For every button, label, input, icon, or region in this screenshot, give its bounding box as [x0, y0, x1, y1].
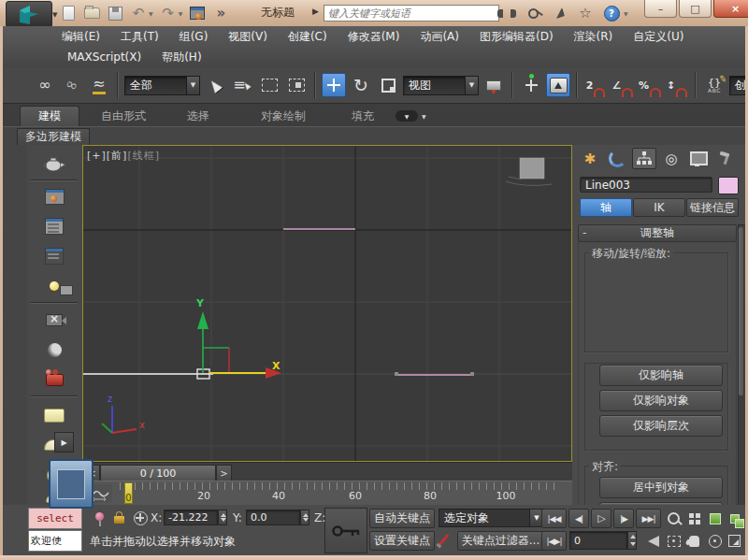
current-frame-marker[interactable]: 0: [124, 482, 133, 504]
set-keys-button[interactable]: [324, 508, 367, 553]
select-object-button[interactable]: [203, 73, 227, 97]
percent-snap-toggle[interactable]: %: [638, 73, 662, 97]
angle-snap-toggle[interactable]: ∠: [611, 73, 635, 97]
viewport-general-menu[interactable]: [+]: [87, 150, 107, 162]
viewport-label[interactable]: [+][前][线框]: [87, 149, 160, 163]
viewport-layout-tab[interactable]: [49, 459, 94, 509]
zoom-icon[interactable]: [664, 509, 683, 528]
key-brush-icon[interactable]: [439, 534, 450, 546]
maximize-button[interactable]: □: [679, 0, 712, 18]
edit-named-selection-sets-button[interactable]: {}ABC ✎: [702, 73, 726, 97]
render-setup-button[interactable]: [30, 212, 79, 240]
rollout-adjust-pivot[interactable]: - 调整轴: [578, 224, 737, 242]
frame-spinner[interactable]: [627, 531, 637, 550]
next-frame-slider-button[interactable]: >: [216, 465, 232, 481]
communication-center-icon[interactable]: [550, 5, 568, 22]
viewport-front[interactable]: Y X z x [+][前][线框]: [82, 145, 572, 462]
time-slider-handle[interactable]: 0 / 100: [100, 465, 216, 481]
viewport-canvas[interactable]: Y X z x: [83, 146, 571, 461]
polygon-modeling-panel-tab[interactable]: 多边形建模: [17, 128, 90, 146]
track-bar[interactable]: 0 20 40 60 80 100: [82, 481, 572, 505]
maxscript-mini-listener-white[interactable]: 欢迎使: [28, 530, 82, 552]
menu-modifiers[interactable]: 修改器(M): [338, 26, 410, 47]
menu-group[interactable]: 组(G): [169, 26, 219, 47]
unlink-selection-icon[interactable]: ∞: [60, 73, 84, 97]
absolute-offset-mode-icon[interactable]: [134, 511, 148, 525]
camera-disabled-button[interactable]: [30, 306, 79, 334]
spinner-snap-toggle[interactable]: ↕: [665, 73, 689, 97]
use-pivot-point-center-button[interactable]: [482, 73, 506, 97]
render-production-button[interactable]: [30, 150, 79, 178]
ribbon-tab-populate[interactable]: 填充: [339, 106, 386, 126]
y-spinner[interactable]: [300, 510, 309, 525]
zoom-extents-icon[interactable]: [705, 509, 725, 528]
pan-hand-icon[interactable]: [684, 531, 704, 551]
scrollbar-thumb[interactable]: [739, 227, 743, 395]
shadow-sphere-button[interactable]: [30, 336, 79, 364]
menu-help[interactable]: 帮助(H): [151, 47, 211, 67]
snap-toggle-2d-button[interactable]: 2: [583, 73, 608, 97]
region-zoom-icon[interactable]: [664, 531, 683, 551]
ribbon-tab-freeform[interactable]: 自由形式: [89, 106, 158, 126]
subtab-pivot[interactable]: 轴: [580, 198, 632, 217]
new-scene-button[interactable]: [60, 5, 77, 22]
application-menu-button[interactable]: [6, 1, 52, 28]
minimize-button[interactable]: –: [644, 0, 677, 18]
tab-display[interactable]: [686, 148, 711, 169]
menu-edit[interactable]: 编辑(E): [51, 26, 110, 47]
menu-create[interactable]: 创建(C): [278, 26, 338, 47]
key-filters-button[interactable]: 关键点过滤器...: [457, 531, 544, 551]
search-icon[interactable]: [497, 5, 516, 22]
ribbon-tab-object-paint[interactable]: 对象绘制: [248, 106, 319, 126]
bind-to-space-warp-icon[interactable]: ≈: [87, 73, 111, 97]
play-button[interactable]: ▷: [591, 509, 611, 528]
workspace-flyout-icon[interactable]: ▶: [312, 7, 319, 16]
field-of-view-icon[interactable]: [643, 531, 663, 551]
next-frame-button[interactable]: |▶: [613, 509, 634, 528]
select-and-manipulate-button[interactable]: [519, 73, 543, 97]
maxscript-mini-listener-pink[interactable]: select: [28, 508, 82, 529]
menu-customize[interactable]: 自定义(U): [623, 26, 694, 47]
tab-modify[interactable]: [605, 148, 629, 169]
x-coordinate-field[interactable]: -21.222: [164, 510, 218, 525]
select-and-rotate-button[interactable]: ↻: [349, 73, 373, 97]
environment-dialog-button[interactable]: [30, 242, 79, 270]
menu-tools[interactable]: 工具(T): [110, 26, 169, 47]
reference-coordinate-system-dropdown[interactable]: 视图▼: [403, 76, 479, 95]
ribbon-tab-selection[interactable]: 选择: [174, 106, 223, 126]
redo-button[interactable]: ↷: [160, 5, 177, 22]
y-coordinate-field[interactable]: 0.0: [246, 510, 300, 525]
dropdown-arrow-icon[interactable]: ▼: [465, 77, 478, 94]
menu-maxscript[interactable]: MAXScript(X): [57, 47, 151, 67]
current-frame-field[interactable]: 0: [569, 531, 627, 550]
maximize-viewport-toggle[interactable]: [725, 531, 744, 551]
go-to-end-button[interactable]: ▶▶|: [636, 509, 661, 528]
key-selection-dropdown[interactable]: 选定对象▼: [439, 509, 544, 527]
viewport-shading-menu[interactable]: [线框]: [127, 150, 160, 162]
select-and-scale-button[interactable]: [376, 73, 400, 97]
tab-create[interactable]: ✱: [578, 148, 602, 169]
project-folder-button[interactable]: [189, 5, 206, 22]
object-name-field[interactable]: Line003: [580, 177, 712, 193]
light-lister-button[interactable]: [30, 272, 79, 300]
open-file-button[interactable]: [83, 5, 100, 22]
rectangular-selection-region-button[interactable]: [257, 73, 281, 97]
redo-caret-icon[interactable]: ▼: [179, 10, 183, 17]
viewport-tab-flyout-button[interactable]: ▶: [54, 432, 74, 452]
rendered-frame-window-button[interactable]: [30, 182, 79, 210]
view-cube[interactable]: [506, 158, 553, 185]
go-to-start-button[interactable]: |◀◀: [541, 509, 567, 528]
tab-motion[interactable]: ◎: [659, 148, 683, 169]
isolate-selection-icon[interactable]: [95, 512, 104, 521]
dropdown-arrow-icon[interactable]: ▼: [186, 77, 199, 94]
selection-lock-icon[interactable]: [114, 516, 124, 524]
favorites-star-icon[interactable]: ☆: [576, 5, 595, 22]
orbit-icon[interactable]: [705, 531, 725, 551]
x-spinner[interactable]: [218, 510, 227, 525]
menu-graph-editors[interactable]: 图形编辑器(D): [469, 26, 564, 47]
previous-frame-button[interactable]: ◀|: [568, 509, 589, 528]
viewport-pov-menu[interactable]: [前]: [107, 150, 128, 162]
window-crossing-toggle[interactable]: [284, 73, 309, 97]
video-camera-button[interactable]: [30, 366, 79, 394]
set-key-button[interactable]: 设置关键点: [369, 531, 435, 551]
